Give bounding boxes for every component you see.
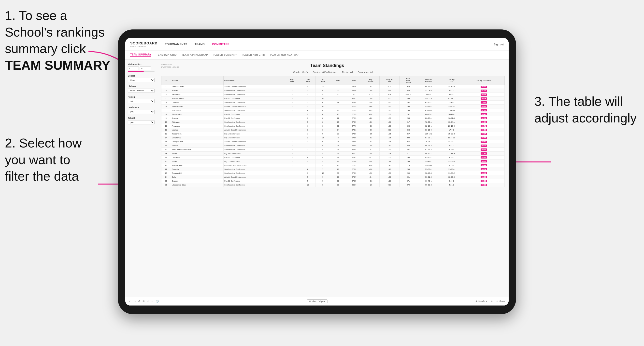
cell-conf: Atlantic Coast Conference <box>223 85 284 89</box>
pill-gender: Gender: Men's <box>294 71 308 73</box>
cell-avg-low: 265 <box>399 97 417 101</box>
cell-adj-score: -3.5 <box>362 132 379 136</box>
col-overall: OverallRecord <box>417 76 440 85</box>
share-icon-tb[interactable]: ↗ <box>147 300 149 303</box>
col-rnds: Rnds <box>330 76 346 85</box>
home-icon[interactable]: ⊞ <box>142 300 144 303</box>
region-select[interactable]: N/A <box>128 99 154 103</box>
back-icon[interactable]: ◁ <box>129 300 131 303</box>
sub-nav-team-h2h-heatmap[interactable]: TEAM H2H HEATMAP <box>182 53 208 57</box>
filter-group-min-rounds: Minimum Ro... <box>128 63 154 72</box>
forward-icon[interactable]: ▷ <box>134 300 136 303</box>
cell-rnds: 23 <box>330 120 346 124</box>
cell-overall: 61-21-0 <box>417 108 440 112</box>
cell-rnds: 7 <box>330 105 346 108</box>
cell-points: 87.34 <box>463 152 504 156</box>
cell-no-tour: 8 <box>316 148 330 152</box>
table-row: 24 Duke Atlantic Coast Conference − 5 9 … <box>162 175 505 179</box>
sub-nav-player-h2h-grid[interactable]: PLAYER H2H GRID <box>242 53 265 57</box>
share-btn[interactable]: ↗ Share <box>496 300 505 303</box>
cell-points: 80.94 <box>463 120 504 124</box>
cell-school: California <box>171 156 223 160</box>
cell-points: 98.44 <box>463 164 504 167</box>
cell-school: Duke <box>171 175 223 179</box>
cell-conf-rank: 5 <box>300 120 316 124</box>
cell-adj-score: -3.1 <box>362 179 379 183</box>
table-row: 25 Oregon Pac-12 Conference − 5 9 21 279… <box>162 179 505 183</box>
clock-icon[interactable]: 🕐 <box>156 300 159 303</box>
nav-committee[interactable]: COMMITTEE <box>212 43 230 46</box>
cell-adj-score: -4.4 <box>362 105 379 108</box>
cell-conf: Pac-12 Conference <box>223 97 284 101</box>
cell-vs25: 9-19-1 <box>440 179 463 183</box>
cell-conf-rank: 1 <box>300 132 316 136</box>
cell-rank: 3 <box>162 93 171 97</box>
cell-wins: 280.7 <box>346 183 362 187</box>
view-original-button[interactable]: ⊞ View: Original <box>307 299 328 303</box>
min-rounds-max[interactable] <box>140 66 151 70</box>
cell-adj-score: -0.8 <box>362 164 379 167</box>
cell-no-tour: 26 <box>316 97 330 101</box>
cell-vs25: 11-38-2 <box>440 171 463 175</box>
cell-conf: Big 12 Conference <box>223 136 284 140</box>
min-rounds-min[interactable] <box>128 66 139 70</box>
cell-avg-low: 271 <box>399 179 417 183</box>
logo-sub: Powered by clippi <box>130 45 158 47</box>
cell-vs25: 30-15-18 <box>440 136 463 140</box>
update-time-block: Update time: 27/03/2024 16:56:26 <box>161 63 179 68</box>
cell-no-tour: 9 <box>316 179 330 183</box>
tablet-frame: SCOREBOARD Powered by clippi TOURNAMENTS… <box>118 29 516 314</box>
cell-adj-score: 0.7 <box>362 160 379 164</box>
conference-select[interactable]: (All) <box>128 110 154 114</box>
cell-avg-par: 2.37 <box>379 101 399 105</box>
cell-rank: 4 <box>162 97 171 101</box>
cell-conf-rank: 2 <box>300 93 316 97</box>
school-select[interactable]: (All) <box>128 120 154 124</box>
more-icon[interactable]: ··· <box>151 300 153 303</box>
cell-rank: 9 <box>162 116 171 120</box>
cell-points: 79.27 <box>463 101 504 105</box>
cell-wins: 279.3 <box>346 171 362 175</box>
cell-adj-score: -9.5 <box>362 108 379 112</box>
sub-nav-player-summary[interactable]: PLAYER SUMMARY <box>213 53 237 57</box>
cell-rnds: 24 <box>330 140 346 144</box>
division-select[interactable]: NCAA Division I <box>128 89 154 93</box>
watch-btn[interactable]: 👁 Watch ▼ <box>476 300 487 303</box>
cell-overall: 117-4-0 <box>417 89 440 93</box>
cell-points: 82.98 <box>463 175 504 179</box>
cell-conf: Atlantic Coast Conference <box>223 128 284 132</box>
cell-rnds: 23 <box>330 183 346 187</box>
cell-avg-rank: − <box>284 97 300 101</box>
cell-avg-low: 267 <box>399 132 417 136</box>
cell-school: Mississippi State <box>171 183 223 187</box>
layout-icon[interactable]: ⊡ <box>491 300 493 303</box>
cell-school: North Carolina <box>171 85 223 89</box>
cell-rnds: 27 <box>330 132 346 136</box>
cell-conf-rank: 1 <box>300 89 316 93</box>
sub-nav-team-summary[interactable]: TEAM SUMMARY <box>130 53 151 57</box>
cell-overall: 95-29-2 <box>417 105 440 108</box>
cell-overall: 100-27-1 <box>417 97 440 101</box>
sub-nav-team-h2h-grid[interactable]: TEAM H2H GRID <box>156 53 177 57</box>
cell-avg-low: 209 <box>399 136 417 140</box>
cell-wins: 276.9 <box>346 120 362 124</box>
nav-teams[interactable]: TEAMS <box>194 43 205 46</box>
sub-nav-player-h2h-heatmap[interactable]: PLAYER H2H HEATMAP <box>270 53 299 57</box>
table-row: 17 East Tennessee State Southeastern Con… <box>162 148 505 152</box>
cell-overall: 80-25-1 <box>417 152 440 156</box>
cell-wins: 276.1 <box>346 128 362 132</box>
cell-avg-rank: − <box>284 152 300 156</box>
pill-division: Division: NCAA Division I <box>312 71 337 73</box>
sign-out[interactable]: Sign out <box>494 43 504 46</box>
min-rounds-label: Minimum Ro... <box>128 63 154 65</box>
cell-avg-par: 1.85 <box>379 132 399 136</box>
cell-conf-rank: 4 <box>300 108 316 112</box>
cell-rank: 19 <box>162 156 171 160</box>
slider-fill <box>128 71 144 72</box>
cell-rnds: 18 <box>330 101 346 105</box>
cell-overall: 104-42-3 <box>417 132 440 136</box>
gender-select[interactable]: Men's <box>128 78 154 82</box>
cell-rank: 20 <box>162 160 171 164</box>
refresh-icon[interactable]: ↺ <box>138 300 140 303</box>
nav-tournaments[interactable]: TOURNAMENTS <box>165 43 187 46</box>
